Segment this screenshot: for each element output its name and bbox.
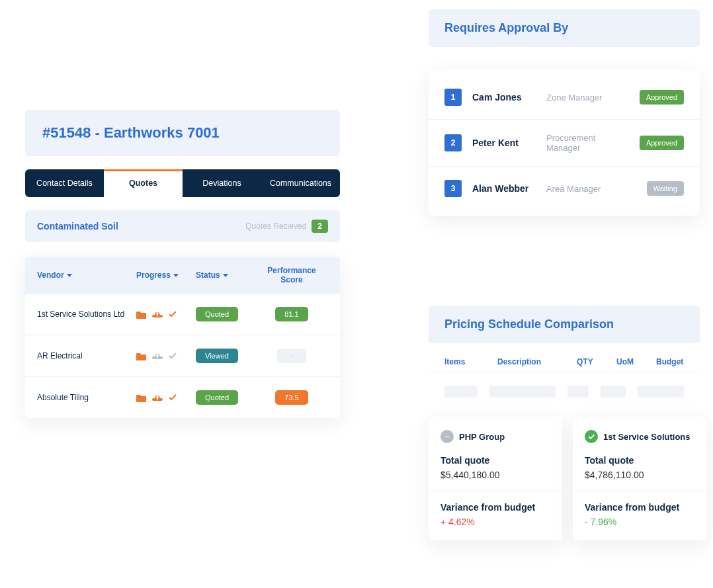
variance-label: Variance from budget	[585, 502, 694, 513]
vendor-score-cell: -	[255, 349, 328, 363]
pricing-header: Pricing Schedule Comparison	[429, 306, 700, 343]
col-status[interactable]: Status	[196, 266, 255, 284]
approval-row: 3 Alan Webber Area Manager Waiting	[429, 167, 700, 210]
project-title: #51548 - Earthworks 7001	[42, 124, 323, 142]
caret-down-icon	[173, 274, 179, 277]
approval-number: 3	[444, 180, 462, 197]
approval-number: 1	[444, 89, 462, 106]
approval-row: 1 Cam Jones Zone Manager Approved	[429, 75, 700, 120]
col-vendor[interactable]: Vendor	[37, 266, 136, 284]
cloud-upload-icon	[152, 310, 163, 319]
col-description[interactable]: Description	[497, 357, 577, 366]
vendor-name: AR Electrical	[37, 351, 136, 360]
approval-name: Cam Jones	[472, 92, 536, 103]
vendor-score-cell: 81.1	[255, 307, 328, 321]
cloud-upload-icon	[152, 393, 163, 402]
total-quote-value: $5,440,180.00	[440, 470, 550, 480]
col-budget[interactable]: Budget	[656, 357, 684, 366]
quotes-received-label: Quotes Recieved	[245, 222, 306, 231]
section-header: Contaminated Soil Quotes Recieved 2	[25, 210, 340, 242]
minus-circle-icon: −	[440, 430, 454, 443]
folder-icon	[136, 351, 147, 360]
check-circle-icon	[585, 430, 598, 443]
tab-contact-details[interactable]: Contact Details	[25, 169, 104, 197]
quotes-received: Quotes Recieved 2	[245, 220, 328, 233]
approvals-header: Requires Approval By	[429, 9, 700, 47]
progress-icons	[136, 393, 196, 402]
quote-vendor-name: 1st Service Solutions	[603, 432, 691, 442]
folder-icon	[136, 393, 147, 402]
pricing-skeleton-row	[429, 380, 700, 411]
tab-deviations[interactable]: Deviations	[183, 169, 261, 197]
approval-name: Alan Webber	[472, 183, 536, 194]
pricing-columns: Items Description QTY UoM Budget	[429, 345, 700, 372]
vendor-row[interactable]: Absolute Tiling Quoted 73.5	[25, 377, 340, 418]
col-items[interactable]: Items	[444, 357, 497, 366]
total-quote-label: Total quote	[585, 455, 694, 466]
progress-icons	[136, 351, 196, 360]
caret-down-icon	[223, 274, 228, 277]
cloud-upload-icon	[152, 351, 163, 360]
approval-role: Area Manager	[546, 184, 636, 194]
score-pill: 73.5	[275, 390, 308, 405]
status-pill: Quoted	[196, 390, 238, 405]
skeleton-placeholder	[567, 386, 589, 398]
quotes-received-count: 2	[312, 220, 328, 233]
approval-role: Procurement Manager	[546, 133, 629, 153]
col-status-label: Status	[196, 271, 220, 280]
col-progress-label: Progress	[136, 271, 171, 280]
status-pill: Quoted	[196, 307, 238, 321]
divider	[573, 491, 706, 491]
col-uom[interactable]: UoM	[616, 357, 656, 366]
vendor-name: Absolute Tiling	[37, 393, 136, 402]
approval-status: Waiting	[647, 181, 684, 196]
section-title: Contaminated Soil	[37, 221, 118, 231]
variance-value: - 7.96%	[585, 517, 694, 527]
tab-communications[interactable]: Communications	[261, 169, 340, 197]
quote-card-head: − PHP Group	[440, 430, 550, 443]
approval-name: Peter Kent	[472, 138, 536, 148]
quote-card[interactable]: − PHP Group Total quote $5,440,180.00 Va…	[429, 417, 562, 540]
approval-status: Approved	[640, 136, 684, 150]
vendor-row[interactable]: 1st Service Solutions Ltd Quoted 81.1	[25, 294, 340, 335]
vendor-status: Viewed	[196, 349, 255, 363]
approvals-title: Requires Approval By	[444, 21, 684, 35]
vendor-status: Quoted	[196, 390, 255, 405]
progress-icons	[136, 310, 196, 319]
vendor-score-cell: 73.5	[255, 390, 328, 405]
folder-icon	[136, 310, 147, 319]
approval-number: 2	[444, 134, 462, 151]
check-icon	[168, 310, 177, 319]
approvals-card: 1 Cam Jones Zone Manager Approved 2 Pete…	[429, 70, 700, 216]
total-quote-value: $4,786,110.00	[585, 470, 694, 480]
tab-bar: Contact Details Quotes Deviations Commun…	[25, 169, 340, 197]
col-qty[interactable]: QTY	[577, 357, 616, 366]
vendor-table-header: Vendor Progress Status Performance Score	[25, 257, 340, 294]
skeleton-placeholder	[444, 386, 478, 398]
check-icon	[168, 393, 177, 402]
quote-card-head: 1st Service Solutions	[585, 430, 694, 443]
quote-cards: − PHP Group Total quote $5,440,180.00 Va…	[429, 417, 706, 540]
variance-label: Variance from budget	[440, 502, 550, 513]
tab-quotes[interactable]: Quotes	[104, 169, 183, 197]
variance-value: + 4.62%	[440, 517, 550, 527]
col-progress[interactable]: Progress	[136, 266, 196, 284]
score-pill: 81.1	[275, 307, 308, 321]
project-title-bar: #51548 - Earthworks 7001	[25, 110, 340, 156]
divider	[429, 491, 562, 491]
skeleton-placeholder	[489, 386, 556, 398]
status-pill: Viewed	[196, 349, 238, 363]
vendor-name: 1st Service Solutions Ltd	[37, 310, 136, 319]
skeleton-placeholder	[601, 386, 626, 398]
col-score[interactable]: Performance Score	[255, 266, 328, 284]
quote-card[interactable]: 1st Service Solutions Total quote $4,786…	[573, 417, 706, 540]
skeleton-placeholder	[638, 386, 684, 398]
score-pill: -	[277, 349, 306, 363]
approval-role: Zone Manager	[546, 93, 629, 103]
vendor-row[interactable]: AR Electrical Viewed -	[25, 335, 340, 377]
approval-row: 2 Peter Kent Procurement Manager Approve…	[429, 120, 700, 167]
vendor-table: Vendor Progress Status Performance Score…	[25, 257, 340, 418]
total-quote-label: Total quote	[440, 455, 550, 466]
project-panel: #51548 - Earthworks 7001 Contact Details…	[25, 110, 340, 418]
col-vendor-label: Vendor	[37, 271, 64, 280]
